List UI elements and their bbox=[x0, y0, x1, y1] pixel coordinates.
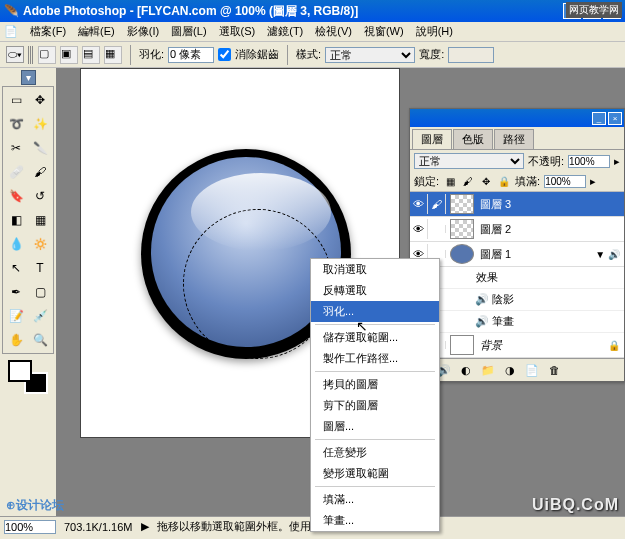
effect-name[interactable]: 筆畫 bbox=[490, 311, 624, 332]
zoom-tool[interactable]: 🔍 bbox=[29, 329, 51, 351]
menu-file[interactable]: 檔案(F) bbox=[24, 22, 72, 41]
ctx-save-selection[interactable]: 儲存選取範圍... bbox=[311, 327, 439, 348]
ctx-feather[interactable]: 羽化... bbox=[311, 301, 439, 322]
fx-toggle[interactable]: ▼ 🔊 bbox=[591, 249, 624, 260]
history-brush-tool[interactable]: ↺ bbox=[29, 185, 51, 207]
wand-tool[interactable]: ✨ bbox=[29, 113, 51, 135]
visibility-icon[interactable]: 👁 bbox=[410, 219, 428, 239]
effect-row[interactable]: 👁 🔊 筆畫 bbox=[410, 311, 624, 333]
tab-channels[interactable]: 色版 bbox=[453, 129, 493, 149]
new-selection-icon[interactable]: ▢ bbox=[38, 46, 56, 64]
lock-trans-icon[interactable]: ▦ bbox=[443, 175, 457, 189]
layer-name[interactable]: 圖層 1 bbox=[478, 243, 591, 266]
dodge-tool[interactable]: 🔅 bbox=[29, 233, 51, 255]
crop-tool[interactable]: ✂ bbox=[5, 137, 27, 159]
layer-name[interactable]: 圖層 3 bbox=[478, 193, 624, 216]
folder-icon[interactable]: 📁 bbox=[480, 362, 496, 378]
blend-controls: 正常 不透明: ▸ bbox=[410, 150, 624, 172]
panel-minimize[interactable]: _ bbox=[592, 112, 606, 125]
layer-row[interactable]: 👁 圖層 1 ▼ 🔊 bbox=[410, 242, 624, 267]
effect-row[interactable]: 👁 🔊 陰影 bbox=[410, 289, 624, 311]
pen-tool[interactable]: ✒ bbox=[5, 281, 27, 303]
layer-row-background[interactable]: 👁 背景 🔒 bbox=[410, 333, 624, 358]
fill-slider-icon[interactable]: ▸ bbox=[590, 175, 596, 188]
trash-icon[interactable]: 🗑 bbox=[546, 362, 562, 378]
move-tool[interactable]: ✥ bbox=[29, 89, 51, 111]
ctx-transform-selection[interactable]: 變形選取範圍 bbox=[311, 463, 439, 484]
panel-close[interactable]: × bbox=[608, 112, 622, 125]
feather-label: 羽化: bbox=[139, 47, 164, 62]
menu-layer[interactable]: 圖層(L) bbox=[165, 22, 212, 41]
add-selection-icon[interactable]: ▣ bbox=[60, 46, 78, 64]
layer-thumbnail[interactable] bbox=[450, 335, 474, 355]
slice-tool[interactable]: 🔪 bbox=[29, 137, 51, 159]
eraser-tool[interactable]: ◧ bbox=[5, 209, 27, 231]
layer-thumbnail[interactable] bbox=[450, 244, 474, 264]
color-swatch[interactable] bbox=[6, 358, 50, 394]
ctx-free-transform[interactable]: 任意變形 bbox=[311, 442, 439, 463]
tool-preset[interactable]: ⬭▾ bbox=[6, 46, 24, 63]
effects-row[interactable]: 👁 效果 bbox=[410, 267, 624, 289]
fill-input[interactable] bbox=[544, 175, 586, 188]
effects-label: 效果 bbox=[474, 267, 624, 288]
opacity-slider-icon[interactable]: ▸ bbox=[614, 155, 620, 168]
heal-tool[interactable]: 🩹 bbox=[5, 161, 27, 183]
layer-name[interactable]: 圖層 2 bbox=[478, 218, 624, 241]
notes-tool[interactable]: 📝 bbox=[5, 305, 27, 327]
effect-name[interactable]: 陰影 bbox=[490, 289, 624, 310]
path-select-tool[interactable]: ↖ bbox=[5, 257, 27, 279]
lasso-tool[interactable]: ➰ bbox=[5, 113, 27, 135]
lock-controls: 鎖定: ▦ 🖌 ✥ 🔒 填滿: ▸ bbox=[410, 172, 624, 192]
ctx-deselect[interactable]: 取消選取 bbox=[311, 259, 439, 280]
ctx-stroke[interactable]: 筆畫... bbox=[311, 510, 439, 531]
lock-paint-icon[interactable]: 🖌 bbox=[461, 175, 475, 189]
ctx-make-workpath[interactable]: 製作工作路徑... bbox=[311, 348, 439, 369]
adjustment-icon[interactable]: ◑ bbox=[502, 362, 518, 378]
ctx-layer-via-copy[interactable]: 拷貝的圖層 bbox=[311, 374, 439, 395]
type-tool[interactable]: T bbox=[29, 257, 51, 279]
stamp-tool[interactable]: 🔖 bbox=[5, 185, 27, 207]
tab-layers[interactable]: 圖層 bbox=[412, 129, 452, 149]
menu-edit[interactable]: 編輯(E) bbox=[72, 22, 121, 41]
feather-input[interactable] bbox=[168, 47, 214, 63]
layer-thumbnail[interactable] bbox=[450, 219, 474, 239]
lock-move-icon[interactable]: ✥ bbox=[479, 175, 493, 189]
gradient-tool[interactable]: ▦ bbox=[29, 209, 51, 231]
tool-dock: ▾ ▭ ✥ ➰ ✨ ✂ 🔪 🩹 🖌 🔖 ↺ ◧ ▦ 💧 🔅 ↖ T ✒ ▢ 📝 … bbox=[0, 68, 56, 536]
opacity-input[interactable] bbox=[568, 155, 610, 168]
foreground-color[interactable] bbox=[8, 360, 32, 382]
brush-tool[interactable]: 🖌 bbox=[29, 161, 51, 183]
menu-filter[interactable]: 濾鏡(T) bbox=[261, 22, 309, 41]
new-layer-icon[interactable]: 📄 bbox=[524, 362, 540, 378]
ctx-new-layer[interactable]: 圖層... bbox=[311, 416, 439, 437]
ctx-inverse[interactable]: 反轉選取 bbox=[311, 280, 439, 301]
lock-all-icon[interactable]: 🔒 bbox=[497, 175, 511, 189]
zoom-input[interactable] bbox=[4, 520, 56, 534]
tab-paths[interactable]: 路徑 bbox=[494, 129, 534, 149]
style-select[interactable]: 正常 bbox=[325, 47, 415, 63]
marquee-tool[interactable]: ▭ bbox=[5, 89, 27, 111]
mask-icon[interactable]: ◐ bbox=[458, 362, 474, 378]
layer-row[interactable]: 👁 圖層 2 bbox=[410, 217, 624, 242]
blend-mode-select[interactable]: 正常 bbox=[414, 153, 524, 169]
eyedropper-tool[interactable]: 💉 bbox=[29, 305, 51, 327]
antialias-checkbox[interactable] bbox=[218, 48, 231, 61]
intersect-selection-icon[interactable]: ▦ bbox=[104, 46, 122, 64]
menu-select[interactable]: 選取(S) bbox=[213, 22, 262, 41]
menu-image[interactable]: 影像(I) bbox=[121, 22, 165, 41]
menu-window[interactable]: 視窗(W) bbox=[358, 22, 410, 41]
ctx-layer-via-cut[interactable]: 剪下的圖層 bbox=[311, 395, 439, 416]
tool-tab[interactable]: ▾ bbox=[21, 70, 36, 85]
visibility-icon[interactable]: 👁 bbox=[410, 194, 428, 214]
chevron-right-icon[interactable]: ▶ bbox=[141, 520, 149, 533]
menu-view[interactable]: 檢視(V) bbox=[309, 22, 358, 41]
subtract-selection-icon[interactable]: ▤ bbox=[82, 46, 100, 64]
layer-thumbnail[interactable] bbox=[450, 194, 474, 214]
layer-name[interactable]: 背景 bbox=[478, 334, 604, 357]
shape-tool[interactable]: ▢ bbox=[29, 281, 51, 303]
menu-help[interactable]: 說明(H) bbox=[410, 22, 459, 41]
blur-tool[interactable]: 💧 bbox=[5, 233, 27, 255]
hand-tool[interactable]: ✋ bbox=[5, 329, 27, 351]
layer-row[interactable]: 👁 🖌 圖層 3 bbox=[410, 192, 624, 217]
ctx-fill[interactable]: 填滿... bbox=[311, 489, 439, 510]
